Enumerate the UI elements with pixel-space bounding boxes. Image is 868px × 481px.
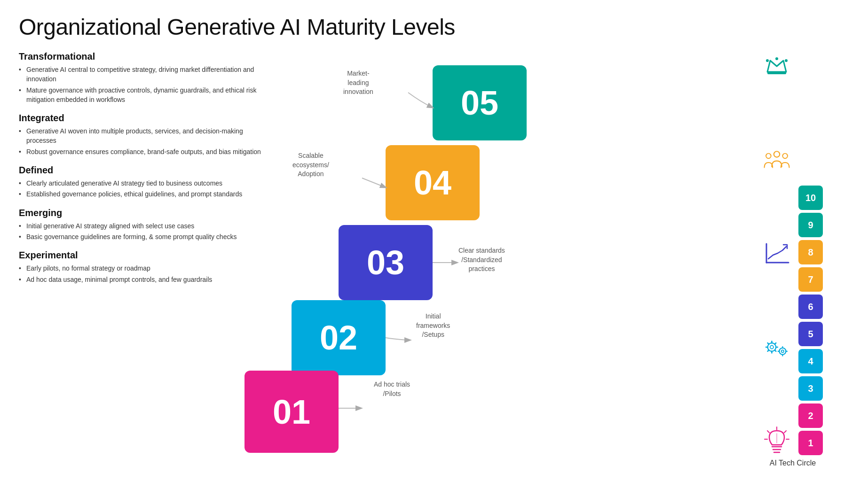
chart-icon (763, 239, 791, 267)
right-column: 10987654321 AI Tech Circle (736, 51, 849, 467)
bullet-item: Mature governance with proactive control… (19, 85, 263, 105)
num-badge-2: 2 (798, 403, 823, 428)
arrow-label-0: Market- leading innovation (343, 69, 373, 97)
level-section-experimental: ExperimentalEarly pilots, no formal stra… (19, 250, 263, 284)
level-title-integrated: Integrated (19, 113, 263, 124)
gears-icon (763, 333, 791, 361)
svg-point-6 (766, 154, 771, 159)
page-title: Organizational Generative AI Maturity Le… (19, 14, 849, 40)
num-badge-10: 10 (798, 186, 823, 210)
bullet-item: Generative AI central to competitive str… (19, 65, 263, 84)
level-bullets-integrated: Generative AI woven into multiple produc… (19, 126, 263, 156)
svg-point-7 (782, 154, 788, 159)
svg-point-3 (785, 59, 788, 62)
svg-point-1 (766, 59, 769, 62)
arrow-label-1: Scalable ecosystems/ Adoption (292, 151, 329, 179)
level-section-transformational: TransformationalGenerative AI central to… (19, 51, 263, 104)
arrow-label-4: Ad hoc trials /Pilots (374, 380, 410, 398)
num-badge-6: 6 (798, 295, 823, 319)
num-badge-8: 8 (798, 240, 823, 264)
brand-label: AI Tech Circle (770, 459, 816, 467)
icon-group-people (763, 145, 791, 173)
bullet-item: Initial generative AI strategy aligned w… (19, 221, 263, 231)
bullet-item: Early pilots, no formal strategy or road… (19, 264, 263, 273)
icons-column (763, 51, 791, 455)
bullet-item: Basic governance guidelines are forming,… (19, 232, 263, 241)
num-badge-9: 9 (798, 213, 823, 237)
level-bullets-emerging: Initial generative AI strategy aligned w… (19, 221, 263, 242)
level-bullets-experimental: Early pilots, no formal strategy or road… (19, 264, 263, 284)
num-badge-5: 5 (798, 322, 823, 346)
bullet-item: Ad hoc data usage, minimal prompt contro… (19, 275, 263, 284)
step-block-01: 01 (245, 371, 339, 453)
num-badge-4: 4 (798, 349, 823, 373)
bulb-icon (763, 427, 791, 455)
level-section-defined: DefinedClearly articulated generative AI… (19, 165, 263, 199)
bullet-item: Clearly articulated generative AI strate… (19, 178, 263, 188)
level-bullets-transformational: Generative AI central to competitive str… (19, 65, 263, 104)
arrow-label-3: Initial frameworks /Setups (416, 312, 450, 340)
svg-point-2 (775, 57, 778, 60)
level-bullets-defined: Clearly articulated generative AI strate… (19, 178, 263, 199)
numbers-column: 10987654321 (798, 51, 823, 455)
level-title-experimental: Experimental (19, 250, 263, 261)
svg-line-18 (768, 350, 769, 351)
svg-line-28 (767, 431, 769, 433)
arrow-label-2: Clear standards /Standardized practices (458, 246, 505, 274)
icon-group-crown (763, 51, 791, 79)
icon-group-bulb (763, 427, 791, 455)
svg-line-17 (775, 350, 776, 351)
step-block-02: 02 (292, 300, 386, 375)
bullet-item: Robust governance ensures compliance, br… (19, 147, 263, 156)
svg-line-16 (768, 343, 769, 344)
step-block-05: 05 (433, 65, 527, 140)
people-icon (763, 145, 791, 173)
svg-point-11 (770, 345, 773, 349)
step-block-04: 04 (386, 145, 480, 220)
content-area: TransformationalGenerative AI central to… (19, 51, 849, 467)
level-title-defined: Defined (19, 165, 263, 176)
svg-line-27 (784, 431, 786, 433)
step-block-03: 03 (339, 225, 433, 300)
level-section-integrated: IntegratedGenerative AI woven into multi… (19, 113, 263, 156)
num-badge-1: 1 (798, 431, 823, 455)
staircase-diagram: 0504030201Market- leading innovationScal… (282, 51, 727, 455)
crown-icon (763, 51, 791, 79)
level-title-emerging: Emerging (19, 208, 263, 218)
bullet-item: Generative AI woven into multiple produc… (19, 126, 263, 146)
bullet-item: Established governance policies, ethical… (19, 189, 263, 199)
svg-point-5 (774, 151, 780, 157)
svg-marker-0 (767, 61, 786, 72)
svg-rect-4 (767, 72, 786, 74)
level-title-transformational: Transformational (19, 51, 263, 62)
icons-numbers-group: 10987654321 (763, 51, 823, 455)
svg-line-19 (775, 343, 776, 344)
num-badge-3: 3 (798, 376, 823, 401)
svg-point-20 (779, 348, 786, 355)
svg-point-21 (781, 350, 784, 352)
level-section-emerging: EmergingInitial generative AI strategy a… (19, 208, 263, 242)
num-badge-7: 7 (798, 267, 823, 292)
levels-column: TransformationalGenerative AI central to… (19, 51, 263, 293)
icon-group-chart (763, 239, 791, 267)
icon-group-gears (763, 333, 791, 361)
